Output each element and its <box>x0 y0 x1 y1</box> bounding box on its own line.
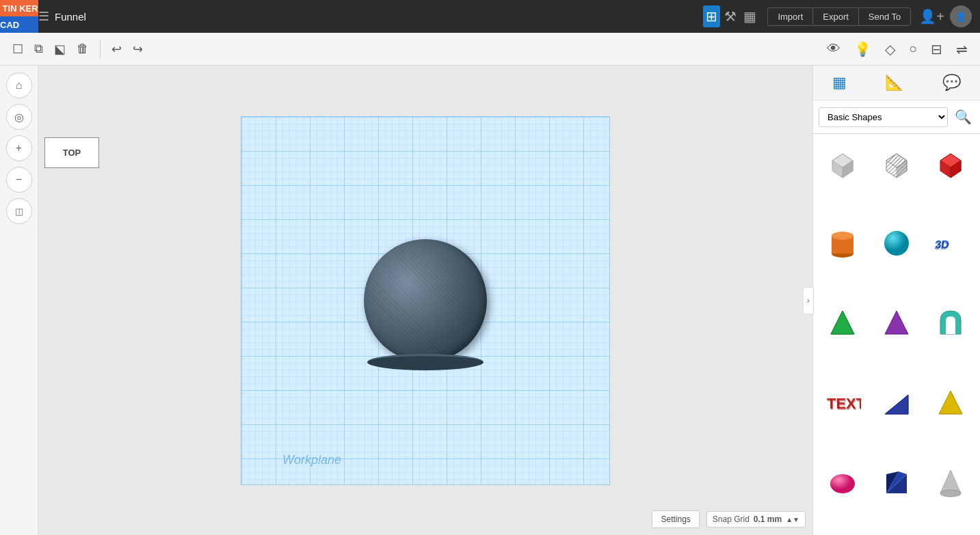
snap-grid-label: Snap Grid <box>713 515 750 524</box>
svg-marker-18 <box>885 311 908 334</box>
shape-icon[interactable]: ◇ <box>879 38 901 60</box>
user-avatar[interactable]: 👤 <box>950 5 972 27</box>
pyramid-yellow-icon <box>932 384 969 421</box>
shape-hole-box[interactable] <box>870 137 923 191</box>
toolbar2-right: 👁 💡 ◇ ○ ⊟ ⇌ <box>821 38 973 60</box>
shapes-category-select[interactable]: Basic Shapes <box>819 107 948 127</box>
ruler-panel-tab[interactable]: 📐 <box>882 71 906 94</box>
app-logo: TIN KER CAD <box>0 0 33 33</box>
cylinder-bottom <box>367 354 484 370</box>
grid-panel-tab[interactable]: ▦ <box>830 71 849 94</box>
copy-button[interactable]: ⧉ <box>29 38 49 60</box>
zoom-in-tool[interactable]: + <box>6 135 32 161</box>
export-button[interactable]: Export <box>813 8 858 26</box>
logo-cad: CAD <box>0 16 19 33</box>
svg-text:3D: 3D <box>934 239 949 251</box>
add-user-icon[interactable]: 👤+ <box>919 8 944 25</box>
send-to-button[interactable]: Send To <box>858 8 911 26</box>
snap-grid-control[interactable]: Snap Grid 0.1 mm ▲▼ <box>706 511 806 527</box>
wedge-blue-icon <box>878 384 915 421</box>
workplane-label: Workplane <box>282 453 341 467</box>
paste-button[interactable]: ⬕ <box>49 38 71 61</box>
shape-text3d[interactable]: 3D 3D <box>925 216 977 271</box>
3d-object-cylinder[interactable] <box>364 239 487 362</box>
light-icon[interactable]: 💡 <box>849 38 877 60</box>
sphere-teal-icon <box>878 225 915 262</box>
hamburger-icon[interactable]: ☰ <box>38 9 49 24</box>
delete-button[interactable]: 🗑 <box>71 38 94 60</box>
right-panel: ▦ 📐 💬 Basic Shapes 🔍 <box>812 66 980 535</box>
settings-button[interactable]: Settings <box>652 510 699 528</box>
shape-cone-gray[interactable] <box>925 454 977 509</box>
target-tool[interactable]: ◎ <box>6 104 32 130</box>
arch-teal-icon <box>932 304 969 341</box>
view-label: TOP <box>44 137 99 168</box>
main-area: ⌂ ◎ + − ◫ TOP Workplane Settings Snap Gr… <box>0 66 980 535</box>
notes-panel-tab[interactable]: 💬 <box>940 71 964 94</box>
app-title-area: ☰ Funnel <box>38 9 86 24</box>
undo-button[interactable]: ↩ <box>106 38 127 61</box>
layers-tool[interactable]: ◫ <box>6 198 32 224</box>
svg-marker-22 <box>885 395 908 414</box>
new-button[interactable]: ☐ <box>7 38 29 61</box>
svg-point-29 <box>940 490 961 497</box>
topbar: TIN KER CAD ☰ Funnel ⊞ ⚒ ▦ Import Export… <box>0 0 980 33</box>
shape-pyramid-purple[interactable] <box>870 295 923 350</box>
shapes-header: Basic Shapes 🔍 <box>813 100 980 134</box>
view-label-text: TOP <box>63 148 81 158</box>
hole-box-icon <box>878 146 915 182</box>
svg-marker-23 <box>939 391 962 414</box>
shape-cylinder-orange[interactable] <box>816 216 869 271</box>
logo-empty <box>19 16 38 33</box>
collapse-panel-button[interactable]: › <box>803 287 814 314</box>
pyramid-purple-icon <box>878 304 915 341</box>
import-button[interactable]: Import <box>767 8 813 26</box>
home-tool[interactable]: ⌂ <box>6 72 32 98</box>
shape-box-red[interactable] <box>925 137 977 191</box>
svg-marker-16 <box>831 311 854 334</box>
shape-wedge-blue[interactable] <box>870 375 923 430</box>
shape-sphere-teal[interactable] <box>870 216 923 271</box>
build-icon[interactable]: ⚒ <box>721 5 739 27</box>
cylinder-body <box>364 239 487 362</box>
workplane: Workplane <box>241 116 610 485</box>
redo-button[interactable]: ↪ <box>127 38 148 61</box>
circle2d-icon[interactable]: ○ <box>903 38 923 59</box>
shapes-grid: 3D 3D <box>813 134 980 535</box>
shape-text-red[interactable]: TEXT TEXT <box>816 375 869 430</box>
right-container: › ▦ 📐 💬 Basic Shapes 🔍 <box>812 66 980 535</box>
topbar-icons: ⊞ ⚒ ▦ <box>703 5 759 27</box>
box-red-icon <box>932 146 969 182</box>
toolbar2: ☐ ⧉ ⬕ 🗑 ↩ ↪ 👁 💡 ◇ ○ ⊟ ⇌ <box>0 33 980 66</box>
svg-point-12 <box>832 232 853 240</box>
shape-arch-teal[interactable] <box>925 295 977 350</box>
user-icons-area: 👤+ 👤 <box>919 5 972 27</box>
shape-box-gray[interactable] <box>816 137 869 191</box>
bottom-bar: Settings Snap Grid 0.1 mm ▲▼ <box>652 510 806 528</box>
zoom-out-tool[interactable]: − <box>6 167 32 193</box>
text-red-icon: TEXT TEXT <box>824 384 861 421</box>
grid-view-icon[interactable]: ⊞ <box>703 5 720 27</box>
app-title-text: Funnel <box>55 11 86 23</box>
codeblocks-icon[interactable]: ▦ <box>741 5 759 27</box>
shape-pyramid-green[interactable] <box>816 295 869 350</box>
text3d-icon: 3D 3D <box>932 225 969 262</box>
snap-grid-arrow[interactable]: ▲▼ <box>786 516 799 523</box>
shape-prism-blue[interactable] <box>870 454 923 509</box>
logo-tin: TIN <box>0 0 19 16</box>
align-icon[interactable]: ⊟ <box>925 38 948 60</box>
camera-icon[interactable]: 👁 <box>821 38 846 59</box>
cylinder-orange-icon <box>824 225 861 262</box>
canvas-area[interactable]: Workplane Settings Snap Grid 0.1 mm ▲▼ <box>38 66 812 535</box>
svg-text:TEXT: TEXT <box>827 396 861 413</box>
shapes-search-button[interactable]: 🔍 <box>952 106 975 128</box>
prism-blue-icon <box>878 463 915 500</box>
box-gray-icon <box>824 146 861 182</box>
shape-pyramid-yellow[interactable] <box>925 375 977 430</box>
mirror-icon[interactable]: ⇌ <box>951 38 973 60</box>
ellipsoid-pink-icon <box>824 463 861 500</box>
shape-ellipsoid-pink[interactable] <box>816 454 869 509</box>
left-sidebar: ⌂ ◎ + − ◫ <box>0 66 38 535</box>
toolbar-separator-1 <box>100 40 101 59</box>
cylinder-texture <box>364 239 487 362</box>
